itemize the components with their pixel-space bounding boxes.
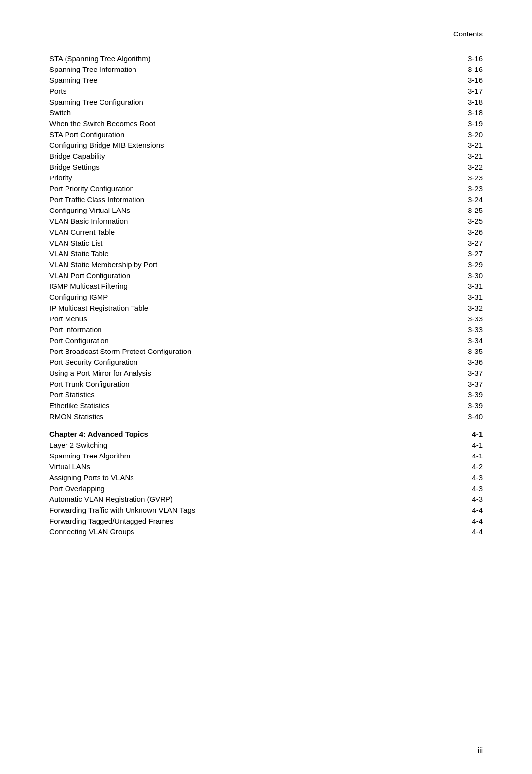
toc-row: Chapter 4: Advanced Topics4-1 [49,428,483,439]
toc-entry-title: Connecting VLAN Groups [49,526,396,537]
toc-entry-page: 3-40 [396,411,483,422]
toc-row: IGMP Multicast Filtering3-31 [49,281,483,291]
toc-entry-title: Port Security Configuration [49,356,396,367]
toc-row: Assigning Ports to VLANs4-3 [49,472,483,483]
toc-entry-title: STA (Spanning Tree Algorithm) [49,53,396,64]
toc-row: Spanning Tree Information3-16 [49,64,483,74]
toc-entry-title: RMON Statistics [49,411,396,422]
toc-row: Port Traffic Class Information3-24 [49,194,483,205]
toc-entry-page: 3-39 [396,400,483,411]
toc-entry-page: 3-34 [396,335,483,346]
toc-entry-page: 3-27 [396,237,483,248]
toc-row: Etherlike Statistics3-39 [49,400,483,411]
toc-entry-title: Switch [49,107,396,118]
toc-entry-page: 3-33 [396,313,483,324]
toc-entry-page: 4-1 [396,439,483,450]
toc-row: IP Multicast Registration Table3-32 [49,302,483,313]
toc-entry-page: 3-17 [396,85,483,96]
toc-row: Port Statistics3-39 [49,389,483,400]
toc-entry-page: 3-20 [396,129,483,140]
toc-entry-title: Virtual LANs [49,461,396,472]
toc-row: VLAN Static Table3-27 [49,248,483,259]
toc-entry-page: 3-16 [396,53,483,64]
toc-entry-page: 4-3 [396,493,483,504]
toc-entry-title: Port Broadcast Storm Protect Configurati… [49,346,396,356]
footer-label: iii [478,746,483,754]
toc-row: Spanning Tree3-16 [49,74,483,85]
toc-entry-page: 4-1 [396,450,483,461]
toc-entry-title: IGMP Multicast Filtering [49,281,396,291]
toc-entry-page: 4-2 [396,461,483,472]
toc-entry-title: Chapter 4: Advanced Topics [49,428,396,439]
toc-entry-title: VLAN Static Membership by Port [49,259,396,270]
toc-entry-title: VLAN Static Table [49,248,396,259]
toc-entry-title: VLAN Static List [49,237,396,248]
toc-row: STA Port Configuration3-20 [49,129,483,140]
toc-row: Port Security Configuration3-36 [49,356,483,367]
toc-entry-page: 3-18 [396,96,483,107]
toc-row: Port Broadcast Storm Protect Configurati… [49,346,483,356]
toc-row: VLAN Static Membership by Port3-29 [49,259,483,270]
toc-entry-page: 4-4 [396,515,483,526]
toc-entry-page: 3-18 [396,107,483,118]
toc-entry-page: 4-4 [396,526,483,537]
toc-row: Layer 2 Switching4-1 [49,439,483,450]
toc-entry-title: Etherlike Statistics [49,400,396,411]
toc-entry-title: Priority [49,172,396,183]
toc-row: VLAN Static List3-27 [49,237,483,248]
toc-entry-page: 3-22 [396,161,483,172]
toc-entry-page: 3-30 [396,270,483,281]
toc-row: Port Priority Configuration3-23 [49,183,483,194]
toc-entry-title: Port Traffic Class Information [49,194,396,205]
toc-entry-page: 3-37 [396,378,483,389]
toc-row: VLAN Port Configuration3-30 [49,270,483,281]
toc-entry-title: Configuring Bridge MIB Extensions [49,140,396,150]
toc-entry-page: 3-21 [396,150,483,161]
toc-row: Switch3-18 [49,107,483,118]
toc-entry-title: IP Multicast Registration Table [49,302,396,313]
toc-entry-title: Port Menus [49,313,396,324]
toc-entry-title: Bridge Capability [49,150,396,161]
toc-entry-page: 3-25 [396,215,483,226]
toc-row: Port Menus3-33 [49,313,483,324]
toc-entry-title: Spanning Tree [49,74,396,85]
toc-row: Port Information3-33 [49,324,483,335]
toc-entry-page: 3-32 [396,302,483,313]
toc-entry-page: 3-23 [396,172,483,183]
toc-entry-title: Port Configuration [49,335,396,346]
toc-entry-page: 3-26 [396,226,483,237]
toc-row: Automatic VLAN Registration (GVRP)4-3 [49,493,483,504]
page-footer: iii [478,746,483,754]
toc-row: Port Configuration3-34 [49,335,483,346]
toc-entry-page: 3-21 [396,140,483,150]
toc-row: Configuring IGMP3-31 [49,291,483,302]
toc-spacer [49,422,483,428]
toc-row: Port Trunk Configuration3-37 [49,378,483,389]
toc-entry-title: Forwarding Traffic with Unknown VLAN Tag… [49,504,396,515]
toc-entry-title: VLAN Basic Information [49,215,396,226]
toc-row: Ports3-17 [49,85,483,96]
page-header: Contents [49,30,483,38]
toc-row: Connecting VLAN Groups4-4 [49,526,483,537]
toc-row: VLAN Basic Information3-25 [49,215,483,226]
toc-entry-page: 3-33 [396,324,483,335]
toc-row: Port Overlapping4-3 [49,483,483,493]
toc-row: Configuring Bridge MIB Extensions3-21 [49,140,483,150]
toc-row: RMON Statistics3-40 [49,411,483,422]
toc-entry-page: 3-24 [396,194,483,205]
toc-entry-title: Port Priority Configuration [49,183,396,194]
toc-entry-title: Spanning Tree Information [49,64,396,74]
toc-entry-page: 3-23 [396,183,483,194]
toc-row: Configuring Virtual LANs3-25 [49,205,483,215]
toc-entry-page: 3-16 [396,64,483,74]
toc-entry-title: Layer 2 Switching [49,439,396,450]
toc-entry-title: Spanning Tree Algorithm [49,450,396,461]
toc-entry-title: Configuring Virtual LANs [49,205,396,215]
toc-entry-title: Using a Port Mirror for Analysis [49,367,396,378]
toc-entry-page: 3-36 [396,356,483,367]
toc-entry-title: When the Switch Becomes Root [49,118,396,129]
toc-entry-page: 3-35 [396,346,483,356]
page: Contents STA (Spanning Tree Algorithm)3-… [0,0,532,774]
toc-entry-title: Port Statistics [49,389,396,400]
toc-entry-page: 3-31 [396,281,483,291]
